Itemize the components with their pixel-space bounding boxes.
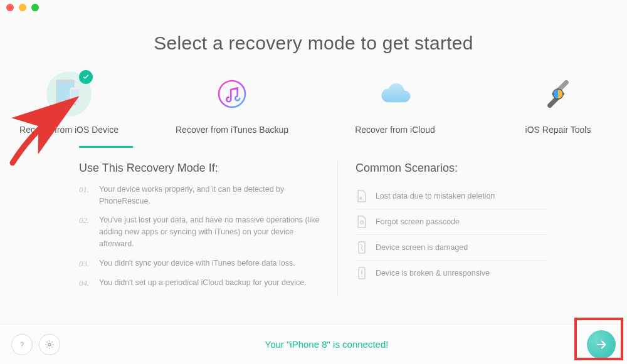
list-item: 02.You've just lost your data, and have … — [79, 214, 320, 249]
svg-point-4 — [74, 103, 76, 105]
window-zoom-button[interactable] — [31, 4, 39, 11]
svg-rect-3 — [71, 90, 79, 103]
cloud-icon — [372, 71, 418, 117]
list-item: 03.You didn't sync your device with iTun… — [79, 257, 320, 270]
svg-line-23 — [51, 341, 52, 342]
gear-icon — [45, 340, 55, 350]
help-button[interactable]: ? — [11, 334, 33, 355]
mode-label: Recover from iOS Device — [13, 124, 125, 136]
svg-line-21 — [51, 346, 52, 347]
list-text: You didn't set up a periodical iCloud ba… — [99, 277, 307, 289]
mode-details: Use This Recovery Mode If: 01.Your devic… — [79, 162, 548, 297]
list-item: Device is broken & unresponsive — [356, 261, 548, 286]
use-if-section: Use This Recovery Mode If: 01.Your devic… — [79, 162, 338, 297]
app-window: Select a recovery mode to get started Re… — [0, 0, 627, 364]
broken-screen-icon — [356, 241, 368, 254]
svg-point-13 — [361, 276, 362, 277]
list-text: You didn't sync your device with iTunes … — [99, 257, 295, 270]
active-mode-indicator — [79, 146, 133, 148]
mode-label: Recover from iCloud — [339, 124, 451, 136]
recovery-mode-options: Recover from iOS Device Recover from iTu… — [0, 71, 627, 136]
scenarios-section: Common Scenarios: Lost data due to mista… — [338, 162, 548, 297]
list-text: You've just lost your data, and have no … — [99, 214, 320, 249]
page-title: Select a recovery mode to get started — [0, 33, 627, 54]
arrow-right-icon — [594, 338, 608, 351]
list-text: Your device works properly, and it can b… — [99, 184, 320, 207]
mode-label: Recover from iTunes Backup — [176, 124, 288, 136]
list-text: Forgot screen passcode — [376, 217, 460, 226]
use-if-list: 01.Your device works properly, and it ca… — [79, 184, 320, 289]
itunes-icon — [209, 71, 255, 117]
scenarios-heading: Common Scenarios: — [356, 162, 548, 175]
mode-ios-device[interactable]: Recover from iOS Device — [13, 71, 125, 136]
use-if-heading: Use This Recovery Mode If: — [79, 162, 320, 175]
mode-itunes-backup[interactable]: Recover from iTunes Backup — [176, 71, 288, 136]
window-titlebar — [0, 0, 627, 15]
next-button[interactable] — [587, 330, 616, 359]
file-delete-icon — [356, 189, 368, 203]
lock-icon: ? — [356, 215, 368, 229]
window-minimize-button[interactable] — [19, 4, 26, 11]
settings-button[interactable] — [39, 334, 60, 355]
mode-repair-tools[interactable]: iOS Repair Tools — [502, 71, 614, 136]
list-item: 04.You didn't set up a periodical iCloud… — [79, 277, 320, 289]
list-item: Lost data due to mistaken deletion — [356, 184, 548, 209]
svg-text:?: ? — [20, 341, 24, 348]
list-number: 04. — [79, 277, 93, 289]
scenarios-list: Lost data due to mistaken deletion ? For… — [356, 184, 548, 286]
list-item: Device screen is damaged — [356, 235, 548, 261]
window-close-button[interactable] — [6, 4, 14, 11]
svg-line-22 — [46, 346, 47, 347]
list-number: 01. — [79, 184, 93, 207]
list-text: Device screen is damaged — [376, 243, 468, 252]
svg-point-15 — [48, 343, 51, 345]
list-item: 01.Your device works properly, and it ca… — [79, 184, 320, 207]
connection-status: Your "iPhone 8" is connected! — [66, 339, 587, 350]
list-text: Lost data due to mistaken deletion — [376, 192, 495, 200]
list-number: 02. — [79, 214, 93, 249]
mode-label: iOS Repair Tools — [502, 124, 614, 136]
footer-bar: ? Your "iPhone 8" is connected! — [0, 324, 627, 364]
mode-underline-track — [79, 146, 548, 148]
tools-icon — [535, 71, 581, 117]
list-number: 03. — [79, 257, 93, 270]
list-text: Device is broken & unresponsive — [376, 269, 490, 278]
check-icon — [79, 70, 93, 84]
list-item: ? Forgot screen passcode — [356, 209, 548, 235]
mode-icloud[interactable]: Recover from iCloud — [339, 71, 451, 136]
svg-line-20 — [46, 341, 47, 342]
ios-device-icon — [46, 71, 92, 117]
alert-icon — [356, 266, 368, 280]
